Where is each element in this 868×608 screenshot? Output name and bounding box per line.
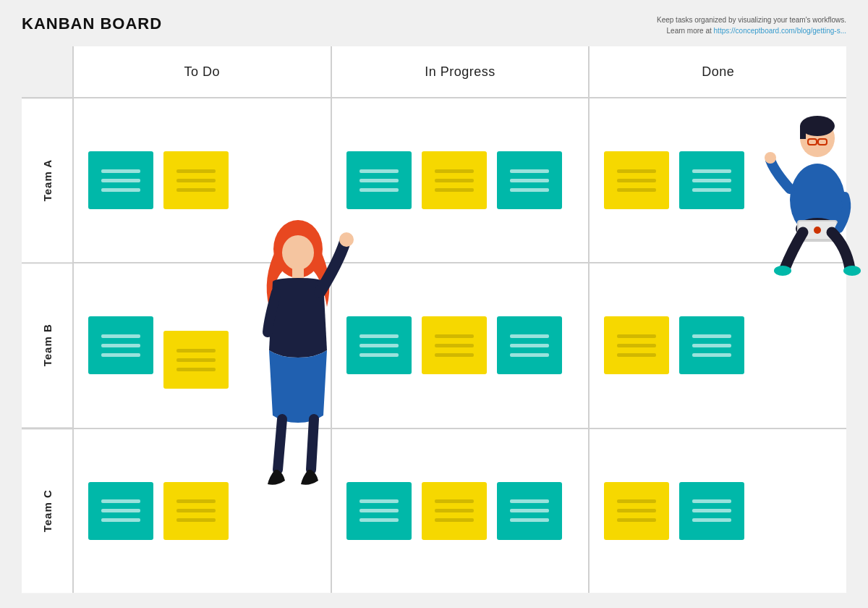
svg-point-8 <box>796 218 839 240</box>
sticky-note <box>604 482 669 540</box>
svg-point-7 <box>765 152 776 164</box>
sticky-note <box>497 151 562 209</box>
cell-a-done <box>590 98 846 262</box>
man-illustration <box>767 84 868 287</box>
svg-rect-16 <box>292 268 304 279</box>
cell-b-inprogress <box>332 263 589 427</box>
sticky-note <box>163 331 229 389</box>
top-bar: KANBAN BOARD Keep tasks organized by vis… <box>22 14 846 36</box>
sticky-note <box>422 151 487 209</box>
sticky-note <box>604 151 669 209</box>
col-header-todo: To Do <box>74 46 331 97</box>
note-link[interactable]: https://conceptboard.com/blog/getting-s.… <box>714 27 846 35</box>
sticky-note <box>679 316 744 374</box>
sticky-note <box>346 151 412 209</box>
cell-c-done <box>590 429 846 593</box>
sticky-note <box>679 151 744 209</box>
svg-rect-9 <box>797 220 838 242</box>
page-title: KANBAN BOARD <box>22 14 162 33</box>
top-note: Keep tasks organized by visualizing your… <box>657 14 846 36</box>
cell-a-inprogress <box>332 98 589 262</box>
svg-point-0 <box>790 164 845 236</box>
sticky-note <box>604 316 669 374</box>
sticky-note <box>422 316 487 374</box>
svg-rect-10 <box>799 221 836 239</box>
svg-point-1 <box>800 119 835 157</box>
row-header-c: Team C <box>22 429 72 593</box>
sticky-note <box>88 151 153 209</box>
sticky-note <box>679 482 744 540</box>
page-wrapper: KANBAN BOARD Keep tasks organized by vis… <box>0 0 868 608</box>
svg-point-2 <box>800 116 835 136</box>
woman-illustration <box>233 206 363 510</box>
svg-rect-3 <box>800 126 806 139</box>
cell-c-inprogress <box>332 429 589 593</box>
sticky-note <box>163 482 229 540</box>
svg-point-11 <box>814 227 821 234</box>
col-header-done: Done <box>590 46 846 97</box>
row-header-b: Team B <box>22 263 72 427</box>
sticky-note <box>422 482 487 540</box>
sticky-note <box>497 482 562 540</box>
corner-cell <box>22 46 72 97</box>
svg-point-15 <box>282 235 314 270</box>
sticky-note <box>88 316 153 374</box>
col-header-inprogress: In Progress <box>332 46 589 97</box>
note-text2: Learn more at <box>667 27 712 35</box>
svg-point-17 <box>339 232 354 247</box>
sticky-note <box>88 482 153 540</box>
svg-rect-5 <box>818 139 827 145</box>
kanban-board: To Do In Progress Done Team A <box>22 46 846 593</box>
cell-b-todo <box>74 263 331 427</box>
svg-rect-4 <box>808 139 817 145</box>
sticky-note <box>497 316 562 374</box>
row-header-a: Team A <box>22 98 72 262</box>
cell-b-done <box>590 263 846 427</box>
sticky-note <box>163 151 229 209</box>
note-text: Keep tasks organized by visualizing your… <box>657 16 846 24</box>
